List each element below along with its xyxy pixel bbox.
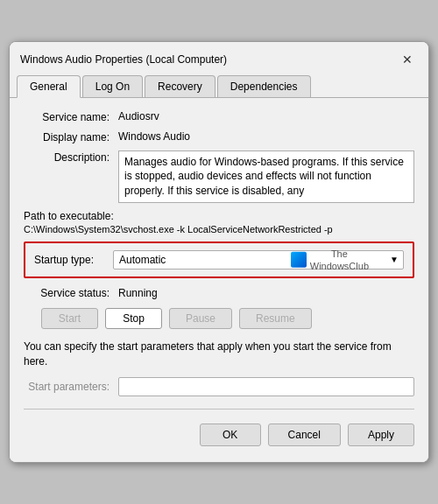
tab-logon[interactable]: Log On <box>82 75 143 97</box>
service-control-buttons: Start Stop Pause Resume <box>24 308 414 329</box>
watermark-text: The WindowsClub <box>310 248 369 273</box>
start-params-input[interactable] <box>118 377 414 396</box>
service-name-value: Audiosrv <box>118 110 414 122</box>
ok-button[interactable]: OK <box>200 424 261 446</box>
tab-recovery[interactable]: Recovery <box>145 75 215 97</box>
tab-bar: General Log On Recovery Dependencies <box>10 70 428 98</box>
description-row: Description: Manages audio for Windows-b… <box>24 150 414 203</box>
cancel-button[interactable]: Cancel <box>268 424 341 446</box>
display-name-label: Display name: <box>24 130 118 144</box>
service-name-label: Service name: <box>24 110 118 123</box>
pause-button[interactable]: Pause <box>169 308 232 329</box>
display-name-value: Windows Audio <box>118 130 414 143</box>
tab-dependencies[interactable]: Dependencies <box>217 75 311 97</box>
start-params-label: Start parameters: <box>24 381 118 393</box>
apply-button[interactable]: Apply <box>348 424 414 446</box>
service-status-row: Service status: Running <box>24 287 414 299</box>
startup-type-box: Startup type: Automatic Automatic (Delay… <box>24 242 414 278</box>
tab-content: Service name: Audiosrv Display name: Win… <box>10 98 428 463</box>
watermark-icon <box>291 252 307 268</box>
description-value: Manages audio for Windows-based programs… <box>118 150 414 203</box>
start-button[interactable]: Start <box>41 308 98 329</box>
tab-general[interactable]: General <box>17 75 81 98</box>
info-text: You can specify the start parameters tha… <box>24 340 414 369</box>
stop-button[interactable]: Stop <box>105 308 162 329</box>
window-title: Windows Audio Properties (Local Computer… <box>20 53 227 66</box>
properties-dialog: Windows Audio Properties (Local Computer… <box>9 41 429 464</box>
path-label: Path to executable: <box>24 210 414 222</box>
start-params-row: Start parameters: <box>24 377 414 396</box>
service-status-label: Service status: <box>24 287 118 299</box>
description-label: Description: <box>24 150 118 164</box>
bottom-buttons: OK Cancel Apply <box>24 418 414 450</box>
path-section: Path to executable: C:\Windows\System32\… <box>24 210 414 234</box>
divider <box>24 409 414 410</box>
watermark: The WindowsClub <box>291 248 369 273</box>
display-name-row: Display name: Windows Audio <box>24 130 414 144</box>
service-status-value: Running <box>118 287 158 299</box>
title-bar: Windows Audio Properties (Local Computer… <box>10 42 428 70</box>
path-value: C:\Windows\System32\svchost.exe -k Local… <box>24 224 414 234</box>
startup-type-label: Startup type: <box>34 254 113 266</box>
close-button[interactable]: ✕ <box>397 49 418 70</box>
resume-button[interactable]: Resume <box>239 308 312 329</box>
service-name-row: Service name: Audiosrv <box>24 110 414 123</box>
